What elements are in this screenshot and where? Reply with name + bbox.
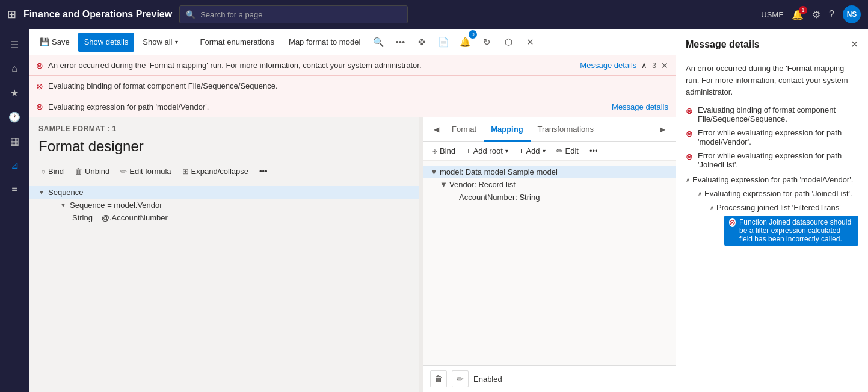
dm-item-label-2: Vendor: Record list	[449, 180, 516, 189]
topbar-right: USMF 🔔 1 ⚙ ? NS	[761, 5, 861, 23]
toolbar-separator-1	[189, 35, 189, 49]
dm-edit-bottom-button[interactable]: ✏	[452, 370, 469, 387]
search-bar[interactable]: 🔍 Search for a page	[179, 5, 408, 23]
sidebar-item-home[interactable]: ☰	[4, 34, 25, 55]
dm-add-root-button[interactable]: + Add root ▾	[461, 144, 513, 158]
dm-add-label: Add	[526, 146, 540, 155]
sidebar-item-list[interactable]: ≡	[4, 178, 25, 200]
dm-item-model[interactable]: ▼ model: Data model Sample model	[423, 166, 676, 178]
grid-icon[interactable]: ⊞	[7, 8, 16, 21]
search-toolbar-icon[interactable]: 🔍	[369, 33, 388, 52]
tab-format[interactable]: Format	[445, 117, 484, 142]
tab-back-button[interactable]: ◀	[428, 121, 445, 138]
show-all-button[interactable]: Show all ▾	[137, 33, 183, 52]
notification-badge: 1	[799, 6, 807, 14]
help-button[interactable]: ?	[829, 9, 834, 20]
msg-sub-collapse-1[interactable]: ∧ Evaluating expression for path 'Joined…	[698, 188, 858, 199]
msg-sub-sub-section: ∧ Processing joined list 'FilteredTrans'…	[698, 202, 858, 246]
unbind-button[interactable]: 🗑 Unbind	[70, 164, 114, 178]
sidebar-item-recent[interactable]: 🕐	[4, 106, 25, 128]
tab-next-button[interactable]: ▶	[654, 121, 671, 138]
dm-item-label-3: AccountNumber: String	[459, 193, 540, 202]
error-text-3: Evaluating expression for path 'model/Ve…	[48, 102, 607, 111]
dm-toolbar: ⟐ Bind + Add root ▾ + Add ▾ ✏	[423, 142, 676, 161]
more-mini-button[interactable]: •••	[254, 164, 272, 178]
show-details-button[interactable]: Show details	[78, 33, 135, 52]
map-format-button[interactable]: Map format to model	[283, 33, 366, 52]
dm-add-button[interactable]: + Add ▾	[514, 144, 550, 158]
error-row-3: ⊗ Evaluating expression for path 'model/…	[29, 96, 676, 117]
msg-section-1-collapse[interactable]: ∧ Evaluating expression for path 'model/…	[686, 174, 858, 185]
settings-button[interactable]: ⚙	[812, 9, 820, 20]
edit-formula-button[interactable]: ✏ Edit formula	[115, 164, 176, 178]
page-title: Format designer	[38, 138, 409, 155]
tree-item-string[interactable]: String = @.AccountNumber	[29, 211, 419, 224]
error-count: 3	[652, 61, 656, 70]
user-avatar[interactable]: NS	[843, 5, 861, 23]
show-all-arrow: ▾	[175, 39, 178, 45]
sub-arrow-1: ∧	[698, 190, 702, 197]
unbind-icon: 🗑	[75, 167, 82, 176]
dm-edit-button[interactable]: ✏ Edit	[552, 144, 583, 158]
error-message-details-link-1[interactable]: Message details	[580, 61, 636, 70]
search-icon: 🔍	[186, 10, 195, 19]
msg-error-text-2: Error while evaluating expression for pa…	[698, 128, 858, 146]
expand-collapse-button[interactable]: ⊞ Expand/collapse	[177, 164, 253, 178]
sidebar-item-filter[interactable]: ⊿	[4, 154, 25, 176]
expand-collapse-icon: ⊞	[182, 167, 189, 176]
dm-bind-label: Bind	[440, 146, 455, 155]
notification-button[interactable]: 🔔 1	[792, 9, 804, 20]
error-nav-up[interactable]: ∧	[641, 61, 647, 70]
doc-toolbar-button[interactable]: 📄	[434, 33, 453, 52]
tab-mapping-label: Mapping	[491, 125, 523, 134]
dm-bind-button[interactable]: ⟐ Bind	[428, 144, 460, 158]
error-row-2: ⊗ Evaluating binding of format component…	[29, 76, 676, 96]
refresh-toolbar-button[interactable]: ↻	[477, 33, 496, 52]
msg-error-icon-3: ⊗	[686, 152, 693, 161]
open-toolbar-button[interactable]: ⬡	[499, 33, 518, 52]
msg-error-icon-1: ⊗	[686, 106, 693, 116]
dm-item-label-1: model: Data model Sample model	[440, 167, 558, 176]
more-mini-label: •••	[259, 167, 268, 176]
format-enumerations-button[interactable]: Format enumerations	[194, 33, 281, 52]
sidebar-item-calendar[interactable]: ▦	[4, 130, 25, 152]
msg-section-1: ∧ Evaluating expression for path 'model/…	[686, 174, 858, 246]
bind-button[interactable]: ⟐ Bind	[36, 164, 69, 178]
msg-error-highlight: ⊗ Function Joined datasource should be a…	[724, 216, 858, 246]
msg-error-item-1: ⊗ Evaluating binding of format component…	[686, 105, 858, 123]
tab-mapping[interactable]: Mapping	[484, 117, 530, 142]
sidebar-item-favorite[interactable]: ★	[4, 82, 25, 104]
mini-toolbar: ⟐ Bind 🗑 Unbind ✏ Edit formula ⊞ Expand/…	[29, 162, 419, 181]
dm-delete-button[interactable]: 🗑	[430, 370, 447, 387]
dm-tree: ▼ model: Data model Sample model ▼ Vendo…	[423, 161, 676, 365]
msg-panel-title: Message details	[686, 39, 760, 50]
sidebar-item-dashboard[interactable]: ⌂	[4, 58, 25, 79]
sub-sub-label: Processing joined list 'FilteredTrans'	[716, 203, 841, 212]
close-toolbar-button[interactable]: ✕	[520, 33, 540, 52]
attach-toolbar-button[interactable]: ✤	[412, 33, 431, 52]
expand-collapse-label: Expand/collapse	[191, 167, 248, 176]
dm-item-account[interactable]: AccountNumber: String	[423, 191, 676, 204]
bell-badge-toolbar-button[interactable]: 🔔 0	[455, 33, 475, 52]
tab-transformations[interactable]: Transformations	[531, 117, 601, 142]
error-controls-1: ∧ 3 ✕	[641, 61, 668, 70]
error-message-details-link-2[interactable]: Message details	[612, 102, 668, 111]
dm-edit-icon: ✏	[556, 146, 563, 155]
search-placeholder: Search for a page	[200, 10, 262, 19]
error-close-1[interactable]: ✕	[661, 61, 668, 70]
content-area: 💾 Save Show details Show all ▾ Format en…	[29, 29, 676, 392]
msg-sub-sub-collapse[interactable]: ∧ Processing joined list 'FilteredTrans'	[710, 202, 858, 213]
more-toolbar-button[interactable]: •••	[390, 33, 410, 52]
error-icon-2: ⊗	[36, 81, 43, 91]
dm-more-button[interactable]: •••	[585, 144, 603, 158]
sub-sub-arrow: ∧	[710, 204, 714, 211]
dm-add-root-arrow: ▾	[505, 148, 508, 154]
msg-close-button[interactable]: ✕	[851, 39, 858, 50]
msg-error-text-3: Error while evaluating expression for pa…	[698, 151, 858, 169]
tree-item-sequence-vendor[interactable]: ▼ Sequence = model.Vendor	[29, 199, 419, 211]
tree-item-sequence[interactable]: ▼ Sequence	[29, 186, 419, 199]
save-button[interactable]: 💾 Save	[34, 33, 76, 52]
dm-item-vendor[interactable]: ▼ Vendor: Record list	[423, 178, 676, 191]
enabled-status: Enabled	[473, 375, 502, 384]
show-details-label: Show details	[84, 37, 129, 46]
